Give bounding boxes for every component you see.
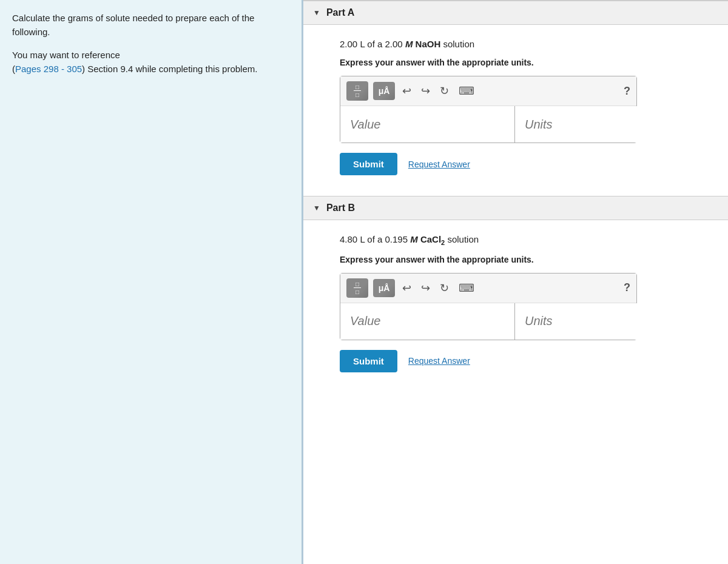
part-b-request-answer-button[interactable]: Request Answer (408, 356, 470, 366)
part-b-volume-unit: L of a (360, 234, 385, 244)
part-a-volume-unit: L of a (360, 39, 385, 49)
part-a-answer-box: □ □ μÅ ↩ ↪ ↻ ⌨ ? (340, 76, 637, 143)
fraction-icon: □ □ (354, 84, 361, 98)
part-b-compound: CaCl2 (420, 234, 445, 244)
reference-prefix: You may want to reference (12, 50, 120, 60)
part-b-reset-button[interactable]: ↻ (437, 280, 451, 296)
part-a-title: Part A (326, 7, 355, 18)
part-a-mu-button[interactable]: μÅ (373, 82, 395, 100)
part-a-value-input[interactable] (340, 106, 515, 143)
part-b-action-row: Submit Request Answer (340, 350, 692, 372)
part-b-chevron-icon: ▼ (313, 204, 320, 212)
part-a-solution: solution (443, 39, 474, 49)
part-a-reset-button[interactable]: ↻ (437, 83, 451, 99)
reference-text: You may want to reference (Pages 298 - 3… (12, 48, 289, 76)
part-b-body: 4.80 L of a 0.195 M CaCl2 solution Expre… (303, 220, 728, 387)
part-b-problem: 4.80 L of a 0.195 M CaCl2 solution (340, 232, 692, 249)
part-b-concentration: 0.195 (385, 234, 408, 244)
part-a-fraction-button[interactable]: □ □ (346, 81, 368, 101)
part-b-solution: solution (447, 234, 479, 244)
part-a-undo-button[interactable]: ↩ (400, 83, 414, 99)
part-a-units-input[interactable] (515, 106, 689, 143)
part-a-instruction: Express your answer with the appropriate… (340, 58, 692, 67)
part-b-redo-button[interactable]: ↪ (419, 280, 433, 296)
part-b-units-input[interactable] (515, 303, 689, 340)
part-b-toolbar: □ □ μÅ ↩ ↪ ↻ ⌨ ? (340, 274, 636, 303)
part-a-toolbar: □ □ μÅ ↩ ↪ ↻ ⌨ ? (340, 76, 636, 106)
part-b-volume: 4.80 (340, 234, 357, 244)
part-a-section: ▼ Part A 2.00 L of a 2.00 M NaOH solutio… (303, 1, 728, 190)
part-a-action-row: Submit Request Answer (340, 153, 692, 175)
part-b-submit-button[interactable]: Submit (340, 350, 397, 372)
part-a-header[interactable]: ▼ Part A (303, 1, 728, 25)
part-a-help-button[interactable]: ? (624, 85, 630, 98)
part-a-molarity-symbol: M (405, 39, 416, 49)
part-a-body: 2.00 L of a 2.00 M NaOH solution Express… (303, 25, 728, 190)
part-b-help-button[interactable]: ? (624, 281, 630, 294)
part-a-compound: NaOH (416, 39, 441, 49)
part-b-header[interactable]: ▼ Part B (303, 196, 728, 220)
reference-link[interactable]: Pages 298 - 305 (15, 64, 82, 74)
part-b-input-row (340, 303, 636, 340)
part-b-section: ▼ Part B 4.80 L of a 0.195 M CaCl2 solut… (303, 196, 728, 387)
part-a-input-row (340, 106, 636, 143)
part-b-undo-button[interactable]: ↩ (400, 280, 414, 296)
part-b-fraction-button[interactable]: □ □ (346, 278, 368, 298)
left-panel: Calculate the grams of solute needed to … (0, 0, 303, 564)
part-b-keyboard-button[interactable]: ⌨ (456, 280, 477, 296)
part-a-concentration: 2.00 (385, 39, 403, 49)
part-b-title: Part B (326, 203, 355, 213)
part-b-value-input[interactable] (340, 303, 515, 340)
intro-text: Calculate the grams of solute needed to … (12, 11, 289, 39)
part-a-redo-button[interactable]: ↪ (419, 83, 433, 99)
part-b-answer-box: □ □ μÅ ↩ ↪ ↻ ⌨ ? (340, 273, 637, 340)
part-a-chevron-icon: ▼ (313, 8, 320, 17)
part-b-molarity-symbol: M (410, 234, 420, 244)
part-a-problem: 2.00 L of a 2.00 M NaOH solution (340, 37, 692, 52)
part-a-submit-button[interactable]: Submit (340, 153, 397, 175)
part-a-request-answer-button[interactable]: Request Answer (408, 159, 470, 169)
part-a-volume: 2.00 (340, 39, 357, 49)
part-b-instruction: Express your answer with the appropriate… (340, 255, 692, 264)
reference-suffix: Section 9.4 while completing this proble… (85, 64, 257, 74)
part-b-fraction-icon: □ □ (354, 281, 361, 295)
part-b-mu-button[interactable]: μÅ (373, 279, 395, 297)
right-panel: ▼ Part A 2.00 L of a 2.00 M NaOH solutio… (303, 0, 728, 564)
part-a-keyboard-button[interactable]: ⌨ (456, 83, 477, 99)
